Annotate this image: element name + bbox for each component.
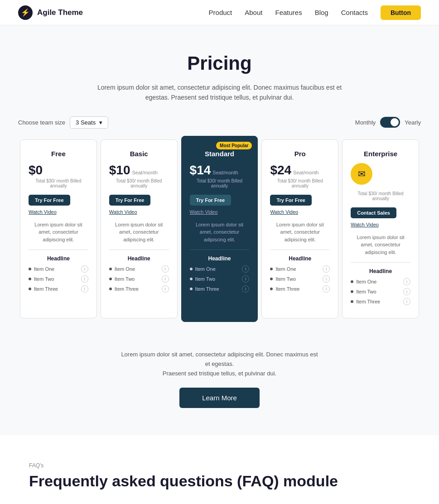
list-item: Item Threei — [109, 285, 169, 293]
bullet-dot — [109, 288, 112, 290]
bullet-dot — [270, 288, 273, 290]
info-icon[interactable]: i — [323, 275, 330, 283]
list-item: Item Twoi — [109, 275, 169, 283]
bullet-dot — [29, 268, 31, 270]
plan-pro-price-row: $24 Seat/month — [270, 163, 330, 178]
plan-basic-watch-btn[interactable]: Watch Video — [109, 209, 137, 215]
nav-features[interactable]: Features — [275, 9, 302, 16]
plan-basic-name: Basic — [109, 150, 169, 158]
plan-free-features: Item Onei Item Twoi Item Threei — [29, 265, 88, 293]
info-icon[interactable]: i — [162, 285, 169, 293]
plan-free-buttons: Try For Free Watch Video — [29, 195, 88, 215]
info-icon[interactable]: i — [81, 265, 88, 273]
plan-pro-amount: $24 — [270, 163, 291, 178]
plan-free-watch-btn[interactable]: Watch Video — [29, 209, 57, 215]
plan-pro-watch-btn[interactable]: Watch Video — [270, 209, 298, 215]
plan-pro-billed: Total $30/ month Billed annually — [270, 178, 330, 188]
plan-enterprise-desc: Lorem ipsum dolor sit amet, consectetur … — [351, 234, 410, 256]
plan-enterprise: Enterprise ✉ Total $30/ month Billed ann… — [342, 139, 419, 319]
plan-standard-buttons: Try For Free Watch Video — [190, 195, 250, 215]
list-item: Item Threei — [270, 285, 330, 293]
list-item: Item Twoi — [190, 275, 250, 283]
nav-blog[interactable]: Blog — [315, 9, 328, 16]
pricing-section: Pricing Lorem ipsum dolor sit amet, cons… — [0, 25, 439, 336]
plan-free: Free $0 Total $30/ month Billed annually… — [20, 139, 97, 319]
list-item: Item Threei — [29, 285, 88, 293]
plan-free-headline: Headline — [29, 255, 88, 262]
plan-pro-name: Pro — [270, 150, 330, 158]
info-icon[interactable]: i — [242, 265, 249, 273]
plan-basic-headline: Headline — [109, 255, 169, 262]
info-icon[interactable]: i — [162, 275, 169, 283]
nav-cta-button[interactable]: Button — [381, 5, 421, 20]
bullet-dot — [29, 278, 31, 280]
plan-free-try-btn[interactable]: Try For Free — [29, 195, 70, 206]
team-size-control: Choose team size 3 Seats ▾ — [18, 116, 108, 129]
enterprise-email-icon: ✉ — [351, 163, 372, 185]
plan-standard-watch-btn[interactable]: Watch Video — [190, 209, 218, 215]
plan-free-billed: Total $30/ month Billed annually — [29, 178, 88, 188]
list-item: Item Twoi — [270, 275, 330, 283]
faq-section: FAQ's Frequently asked questions (FAQ) m… — [0, 435, 439, 504]
info-icon[interactable]: i — [403, 278, 410, 285]
plan-pro-try-btn[interactable]: Try For Free — [270, 195, 312, 206]
info-icon[interactable]: i — [162, 265, 169, 273]
plan-basic-amount: $10 — [109, 163, 130, 178]
brand-name: Agile Theme — [37, 8, 83, 17]
info-icon[interactable]: i — [323, 265, 330, 273]
nav-contacts[interactable]: Contacts — [341, 9, 368, 16]
plan-standard-name: Standard — [190, 150, 250, 158]
list-item: Item Onei — [270, 265, 330, 273]
pricing-controls: Choose team size 3 Seats ▾ Monthly Yearl… — [18, 116, 421, 129]
billing-toggle: Monthly Yearly — [355, 117, 421, 128]
info-icon[interactable]: i — [403, 298, 410, 305]
nav-about[interactable]: About — [245, 9, 262, 16]
bullet-dot — [270, 278, 273, 280]
plan-standard-try-btn[interactable]: Try For Free — [190, 195, 232, 206]
plan-pro-divider — [270, 250, 330, 250]
plan-enterprise-contact-btn[interactable]: Contact Sales — [351, 207, 396, 218]
plan-basic-try-btn[interactable]: Try For Free — [109, 195, 151, 206]
list-item: Item Threei — [351, 298, 410, 305]
info-icon[interactable]: i — [242, 285, 249, 293]
info-icon[interactable]: i — [323, 285, 330, 293]
faq-label: FAQ's — [29, 462, 410, 469]
plan-basic-unit: Seat/month — [132, 170, 158, 175]
plan-standard-features: Item Onei Item Twoi Item Threei — [190, 265, 250, 293]
most-popular-badge: Most Popular — [216, 142, 252, 149]
plan-basic-desc: Lorem ipsum dolor sit amet, consectetur … — [109, 221, 169, 244]
plan-pro-features: Item Onei Item Twoi Item Threei — [270, 265, 330, 293]
plan-standard-billed: Total $30/ month Billed annually — [190, 178, 250, 188]
navbar: ⚡ Agile Theme Product About Features Blo… — [0, 0, 439, 25]
info-icon[interactable]: i — [403, 288, 410, 295]
plan-enterprise-name: Enterprise — [351, 150, 410, 158]
billing-toggle-switch[interactable] — [380, 117, 400, 128]
plan-standard-desc: Lorem ipsum dolor sit amet, consectetur … — [190, 221, 250, 244]
plan-basic: Basic $10 Seat/month Total $30/ month Bi… — [101, 139, 178, 319]
info-icon[interactable]: i — [81, 285, 88, 293]
plan-enterprise-buttons: Contact Sales Watch Video — [351, 207, 410, 227]
plan-basic-buttons: Try For Free Watch Video — [109, 195, 169, 215]
nav-product[interactable]: Product — [209, 9, 232, 16]
list-item: Item Onei — [109, 265, 169, 273]
info-icon[interactable]: i — [242, 275, 249, 283]
plan-enterprise-billed: Total $30/ month Billed annually — [351, 191, 410, 201]
plan-basic-divider — [109, 250, 169, 250]
plan-pro-headline: Headline — [270, 255, 330, 262]
plan-pro-unit: Seat/month — [293, 170, 318, 175]
pricing-footer: Lorem ipsum dolor sit amet, consectetur … — [0, 336, 439, 417]
plan-free-divider — [29, 250, 88, 250]
plan-pro-buttons: Try For Free Watch Video — [270, 195, 330, 215]
plan-free-name: Free — [29, 150, 88, 158]
billing-monthly-label: Monthly — [355, 119, 376, 126]
list-item: Item Onei — [190, 265, 250, 273]
team-size-value: 3 Seats — [76, 119, 96, 126]
info-icon[interactable]: i — [81, 275, 88, 283]
plan-pro: Pro $24 Seat/month Total $30/ month Bill… — [261, 139, 338, 319]
plan-standard-amount: $14 — [190, 163, 211, 178]
main-content: Pricing Lorem ipsum dolor sit amet, cons… — [0, 25, 439, 504]
plan-free-price-row: $0 — [29, 163, 88, 178]
learn-more-button[interactable]: Learn More — [179, 388, 260, 408]
plan-enterprise-watch-btn[interactable]: Watch Video — [351, 222, 379, 227]
team-size-select[interactable]: 3 Seats ▾ — [70, 116, 108, 129]
